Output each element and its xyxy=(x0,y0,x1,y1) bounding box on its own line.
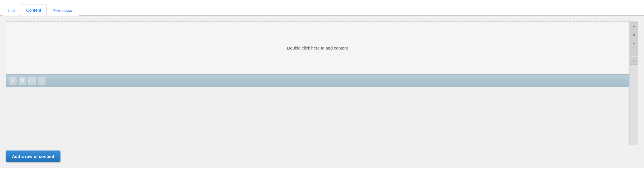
toolbar-move-up-button[interactable]: ↑ xyxy=(28,77,36,84)
scroll-add-button[interactable]: + xyxy=(630,22,638,30)
add-row-button[interactable]: Add a row of content xyxy=(6,151,60,162)
scroll-down-button[interactable]: ↓ xyxy=(630,48,638,56)
row-outer-container: Double click here to add content + ✕ ↑ ↓ xyxy=(6,21,629,87)
content-block[interactable]: Double click here to add content xyxy=(6,22,629,74)
content-placeholder-text: Double click here to add content xyxy=(287,46,348,50)
tab-content[interactable]: Content xyxy=(21,5,47,16)
tab-list[interactable]: List xyxy=(3,5,20,16)
scroll-remove-button[interactable]: ✕ xyxy=(630,31,638,39)
tab-permission[interactable]: Permission xyxy=(47,5,79,16)
row-toolbar: + ✕ ↑ ↓ xyxy=(6,74,629,87)
canvas-area: Double click here to add content + ✕ ↑ ↓ xyxy=(6,21,629,145)
toolbar-add-button[interactable]: + xyxy=(9,77,16,84)
toolbar-move-down-button[interactable]: ↓ xyxy=(38,77,45,84)
scrollbar-panel: + ✕ + ↓ ⤡ xyxy=(629,21,638,145)
scroll-up-button[interactable]: + xyxy=(630,40,638,48)
scroll-resize-button[interactable]: ⤡ xyxy=(630,57,638,65)
main-area: Double click here to add content + ✕ ↑ ↓… xyxy=(0,16,644,168)
tabs-bar: List Content Permission xyxy=(0,0,644,16)
toolbar-remove-button[interactable]: ✕ xyxy=(19,77,26,84)
canvas-wrapper: Double click here to add content + ✕ ↑ ↓… xyxy=(6,21,638,145)
